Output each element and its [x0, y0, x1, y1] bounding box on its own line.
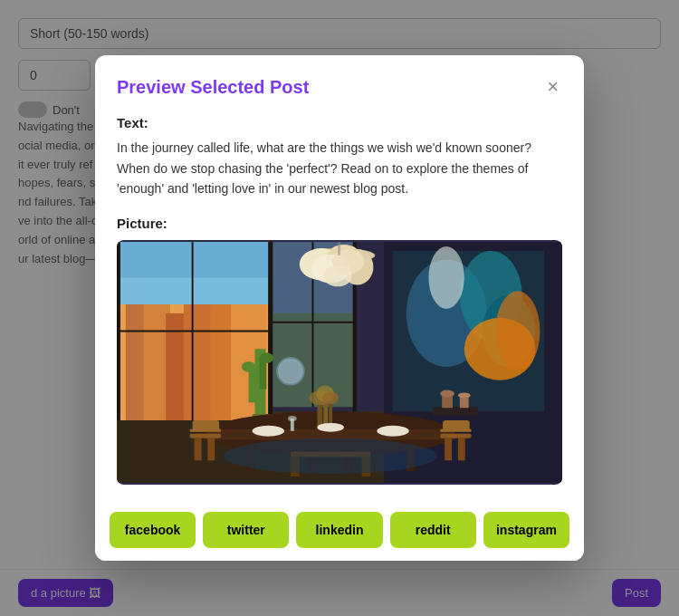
svg-rect-37: [338, 242, 340, 255]
svg-point-58: [322, 391, 339, 404]
svg-rect-71: [458, 438, 465, 460]
svg-point-28: [495, 291, 540, 371]
linkedin-button[interactable]: linkedin: [296, 512, 382, 548]
svg-rect-73: [443, 420, 470, 431]
svg-point-41: [242, 361, 256, 372]
svg-point-59: [253, 425, 284, 436]
svg-rect-39: [249, 366, 256, 401]
svg-rect-8: [184, 286, 215, 420]
svg-point-61: [317, 422, 344, 431]
svg-rect-68: [193, 420, 220, 431]
twitter-button[interactable]: twitter: [203, 512, 289, 548]
text-section-label: Text:: [117, 115, 562, 130]
post-text-content: In the journey called life, what are the…: [117, 138, 562, 198]
svg-rect-70: [445, 438, 452, 460]
svg-rect-66: [207, 438, 215, 460]
modal-title: Preview Selected Post: [117, 77, 309, 98]
svg-point-46: [280, 361, 301, 382]
modal-footer: facebook twitter linkedin reddit instagr…: [95, 499, 584, 561]
svg-point-63: [288, 416, 297, 421]
modal-close-button[interactable]: ×: [543, 73, 562, 101]
svg-rect-69: [440, 433, 471, 438]
modal-body: Text: In the journey called life, what a…: [95, 115, 584, 498]
svg-point-80: [440, 390, 454, 397]
picture-section-label: Picture:: [117, 216, 562, 231]
svg-rect-78: [433, 407, 477, 416]
svg-point-60: [377, 425, 408, 436]
svg-rect-64: [190, 433, 221, 438]
modal-overlay: Preview Selected Post × Text: In the jou…: [0, 0, 679, 616]
svg-point-82: [458, 392, 471, 398]
instagram-button[interactable]: instagram: [483, 512, 569, 548]
svg-point-36: [323, 265, 351, 286]
svg-point-77: [224, 438, 437, 473]
modal-header: Preview Selected Post ×: [95, 55, 584, 115]
dining-room-illustration: [117, 240, 562, 485]
svg-point-42: [259, 352, 273, 363]
svg-rect-65: [195, 438, 202, 460]
post-image: [117, 240, 562, 485]
reddit-button[interactable]: reddit: [390, 512, 476, 548]
svg-point-29: [428, 246, 464, 309]
preview-modal: Preview Selected Post × Text: In the jou…: [95, 55, 584, 560]
facebook-button[interactable]: facebook: [110, 512, 196, 548]
svg-rect-16: [268, 242, 273, 420]
